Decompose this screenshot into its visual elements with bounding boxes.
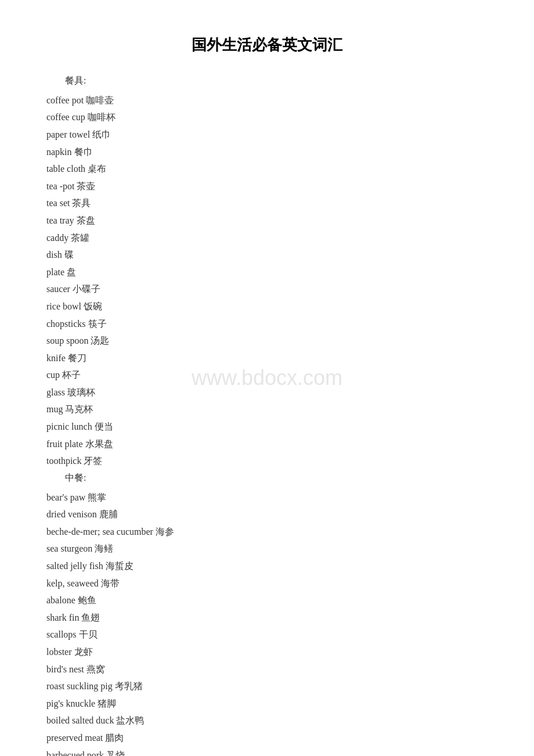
page-title: 国外生活必备英文词汇 <box>46 35 488 55</box>
vocab-item-0-14: soup spoon 汤匙 <box>46 332 488 350</box>
vocab-item-0-11: saucer 小碟子 <box>46 280 488 298</box>
vocab-item-0-5: tea -pot 茶壶 <box>46 178 488 195</box>
vocab-item-0-0: coffee pot 咖啡壶 <box>46 92 488 109</box>
vocab-item-0-8: caddy 茶罐 <box>46 229 488 247</box>
vocab-item-1-2: beche-de-mer; sea cucumber 海参 <box>46 523 488 541</box>
vocab-item-1-5: kelp, seaweed 海带 <box>46 575 488 592</box>
vocab-item-0-15: knife 餐刀 <box>46 350 488 367</box>
vocab-item-0-20: fruit plate 水果盘 <box>46 435 488 453</box>
vocab-item-1-11: roast suckling pig 考乳猪 <box>46 678 488 695</box>
vocab-item-0-1: coffee cup 咖啡杯 <box>46 109 488 126</box>
vocab-item-0-4: table cloth 桌布 <box>46 160 488 178</box>
vocab-item-1-13: boiled salted duck 盐水鸭 <box>46 712 488 729</box>
vocab-item-0-10: plate 盘 <box>46 264 488 281</box>
vocab-item-0-9: dish 碟 <box>46 246 488 264</box>
vocab-item-1-7: shark fin 鱼翅 <box>46 609 488 627</box>
vocab-item-1-14: preserved meat 腊肉 <box>46 729 488 747</box>
vocab-item-0-17: glass 玻璃杯 <box>46 384 488 401</box>
vocab-item-0-21: toothpick 牙签 <box>46 452 488 470</box>
vocab-item-1-6: abalone 鲍鱼 <box>46 592 488 609</box>
vocab-item-1-0: bear's paw 熊掌 <box>46 489 488 506</box>
vocab-item-1-9: lobster 龙虾 <box>46 643 488 661</box>
vocab-item-1-4: salted jelly fish 海蜇皮 <box>46 557 488 575</box>
vocab-item-1-15: barbecued pork 叉烧 <box>46 747 488 756</box>
vocab-item-0-12: rice bowl 饭碗 <box>46 298 488 315</box>
vocab-item-1-12: pig's knuckle 猪脚 <box>46 695 488 712</box>
vocab-item-0-3: napkin 餐巾 <box>46 143 488 161</box>
vocab-item-0-6: tea set 茶具 <box>46 195 488 212</box>
vocab-item-0-16: cup 杯子 <box>46 366 488 384</box>
vocab-item-1-10: bird's nest 燕窝 <box>46 661 488 678</box>
vocab-item-1-3: sea sturgeon 海鳝 <box>46 540 488 557</box>
vocab-item-1-1: dried venison 鹿脯 <box>46 506 488 523</box>
section-label-1: 中餐: <box>46 470 488 487</box>
vocab-item-0-7: tea tray 茶盘 <box>46 212 488 229</box>
vocab-item-0-13: chopsticks 筷子 <box>46 315 488 333</box>
content-area: 餐具:coffee pot 咖啡壶coffee cup 咖啡杯paper tow… <box>46 73 488 756</box>
section-label-0: 餐具: <box>46 73 488 89</box>
vocab-item-0-19: picnic lunch 便当 <box>46 418 488 435</box>
vocab-item-0-18: mug 马克杯 <box>46 401 488 418</box>
vocab-item-0-2: paper towel 纸巾 <box>46 126 488 143</box>
vocab-item-1-8: scallops 干贝 <box>46 626 488 643</box>
